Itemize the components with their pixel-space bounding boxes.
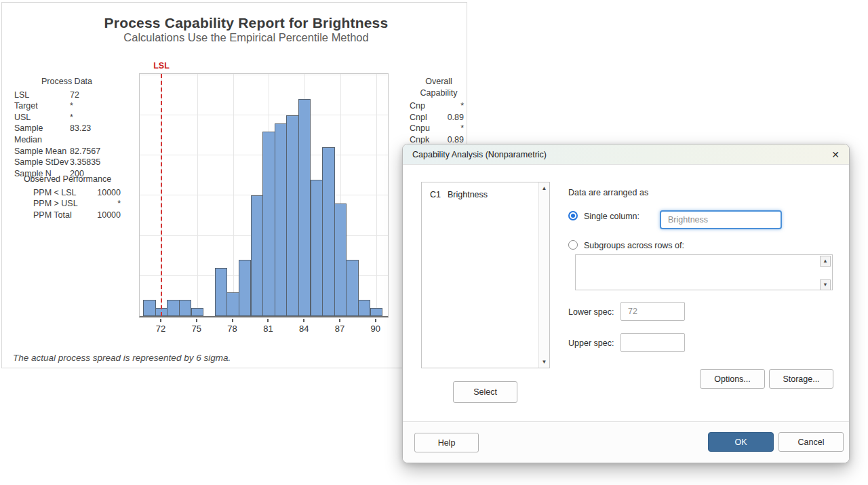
table-row: PPM Total10000 bbox=[14, 210, 121, 221]
histogram-bar bbox=[251, 195, 264, 316]
single-column-radio[interactable] bbox=[568, 211, 578, 220]
scroll-down-icon[interactable]: ▼ bbox=[539, 359, 549, 365]
lsl-line bbox=[161, 74, 162, 316]
help-button[interactable]: Help bbox=[414, 433, 479, 452]
histogram-bar bbox=[215, 268, 228, 316]
observed-performance-header: Observed Performance bbox=[14, 174, 121, 185]
column-listbox[interactable]: C1Brightness ▲ ▼ bbox=[421, 182, 550, 368]
x-tick-mark bbox=[339, 319, 340, 322]
x-tick-label: 87 bbox=[328, 324, 351, 334]
x-tick-label: 78 bbox=[221, 324, 244, 334]
report-panel: Process Capability Report for Brightness… bbox=[1, 2, 467, 368]
footnote: The actual process spread is represented… bbox=[13, 353, 231, 363]
report-subtitle: Calculations Use the Empirical Percentil… bbox=[22, 31, 470, 44]
table-row: USL* bbox=[14, 112, 119, 123]
dialog-title: Capability Analysis (Nonparametric) bbox=[412, 150, 547, 159]
gridline-h bbox=[140, 115, 388, 115]
x-tick-label: 72 bbox=[149, 324, 172, 334]
cancel-button[interactable]: Cancel bbox=[778, 432, 844, 452]
lower-spec-label: Lower spec: bbox=[568, 307, 614, 317]
arranged-label: Data are arranged as bbox=[568, 188, 648, 197]
ok-button[interactable]: OK bbox=[708, 432, 774, 452]
dialog-capability-analysis: Capability Analysis (Nonparametric) ✕ C1… bbox=[402, 144, 850, 463]
subgroups-label: Subgroups across rows of: bbox=[584, 241, 684, 250]
histogram-bar bbox=[346, 260, 359, 316]
lower-spec-input[interactable]: 72 bbox=[620, 302, 685, 321]
table-row: Cnp* bbox=[406, 100, 471, 112]
table-row: PPM > USL* bbox=[14, 198, 121, 210]
histogram-bar bbox=[358, 300, 371, 316]
histogram-bar bbox=[311, 180, 323, 316]
column-name: Brightness bbox=[448, 190, 488, 199]
report-title: Process Capability Report for Brightness bbox=[22, 15, 470, 31]
subgroups-scrollbar[interactable]: ▲ ▼ bbox=[819, 256, 831, 290]
x-tick-label: 84 bbox=[292, 324, 315, 334]
column-id: C1 bbox=[430, 190, 448, 199]
lsl-label: LSL bbox=[151, 61, 172, 71]
table-row: LSL72 bbox=[14, 90, 119, 101]
radio-dot bbox=[571, 214, 575, 218]
x-tick-label: 75 bbox=[185, 324, 208, 334]
options-button[interactable]: Options... bbox=[700, 369, 765, 389]
single-column-input[interactable]: Brightness bbox=[660, 210, 782, 229]
subgroups-input[interactable]: ▲ ▼ bbox=[575, 254, 833, 290]
histogram-bar bbox=[262, 132, 275, 316]
histogram-bar bbox=[334, 203, 347, 316]
x-tick-mark bbox=[375, 319, 376, 322]
overall-capability-panel: Overall Capability Cnp* Cnpl0.89 Cnpu* C… bbox=[406, 76, 471, 146]
dialog-titlebar: Capability Analysis (Nonparametric) ✕ bbox=[403, 144, 849, 165]
x-tick-mark bbox=[160, 319, 161, 322]
select-button[interactable]: Select bbox=[453, 381, 517, 403]
table-row: Target* bbox=[14, 100, 119, 112]
gridline-v bbox=[233, 74, 234, 316]
histogram-bar bbox=[179, 300, 192, 316]
x-tick-label: 90 bbox=[364, 324, 387, 334]
table-row: Sample Mean82.7567 bbox=[14, 146, 119, 157]
histogram-bar bbox=[286, 115, 299, 316]
gridline-h bbox=[140, 75, 388, 75]
process-data-header: Process Data bbox=[14, 76, 119, 88]
x-axis: 72757881848790 bbox=[139, 319, 389, 336]
close-icon[interactable]: ✕ bbox=[831, 149, 840, 160]
listbox-scrollbar[interactable]: ▲ ▼ bbox=[538, 182, 549, 368]
histogram-bar bbox=[275, 123, 288, 316]
scroll-up-icon[interactable]: ▲ bbox=[820, 256, 831, 267]
x-tick-label: 81 bbox=[256, 324, 279, 334]
x-tick-mark bbox=[267, 319, 269, 322]
histogram-plot bbox=[139, 73, 389, 317]
gridline-v bbox=[197, 74, 198, 316]
histogram-bar bbox=[239, 260, 252, 316]
scroll-down-icon[interactable]: ▼ bbox=[820, 279, 831, 290]
histogram-bar bbox=[370, 308, 383, 316]
table-row: Cnpu* bbox=[406, 123, 471, 134]
table-row: PPM < LSL10000 bbox=[14, 187, 121, 199]
table-row: Cnpl0.89 bbox=[406, 112, 471, 123]
observed-performance-panel: Observed Performance PPM < LSL10000 PPM … bbox=[14, 174, 121, 220]
list-item[interactable]: C1Brightness bbox=[422, 182, 549, 199]
dialog-footer: Help OK Cancel bbox=[403, 421, 849, 463]
scroll-up-icon[interactable]: ▲ bbox=[539, 185, 549, 191]
process-data-panel: Process Data LSL72 Target* USL* Sample M… bbox=[14, 76, 119, 179]
gridline-v bbox=[376, 74, 377, 316]
x-tick-mark bbox=[232, 319, 233, 322]
histogram-bar bbox=[191, 308, 204, 316]
histogram-bar bbox=[167, 300, 180, 316]
histogram-bar bbox=[322, 147, 335, 316]
table-row: Sample Median83.23 bbox=[14, 123, 119, 145]
subgroups-radio[interactable] bbox=[568, 240, 578, 250]
histogram-bar bbox=[143, 300, 156, 316]
single-column-label: Single column: bbox=[584, 212, 639, 221]
histogram-bar bbox=[226, 292, 239, 317]
overall-capability-header: Overall Capability bbox=[406, 76, 471, 98]
histogram-bar bbox=[298, 99, 311, 316]
upper-spec-input[interactable] bbox=[620, 333, 685, 352]
storage-button[interactable]: Storage... bbox=[769, 369, 833, 389]
x-tick-mark bbox=[196, 319, 197, 322]
table-row: Sample StDev3.35835 bbox=[14, 157, 119, 168]
upper-spec-label: Upper spec: bbox=[568, 338, 614, 348]
x-tick-mark bbox=[303, 319, 304, 322]
